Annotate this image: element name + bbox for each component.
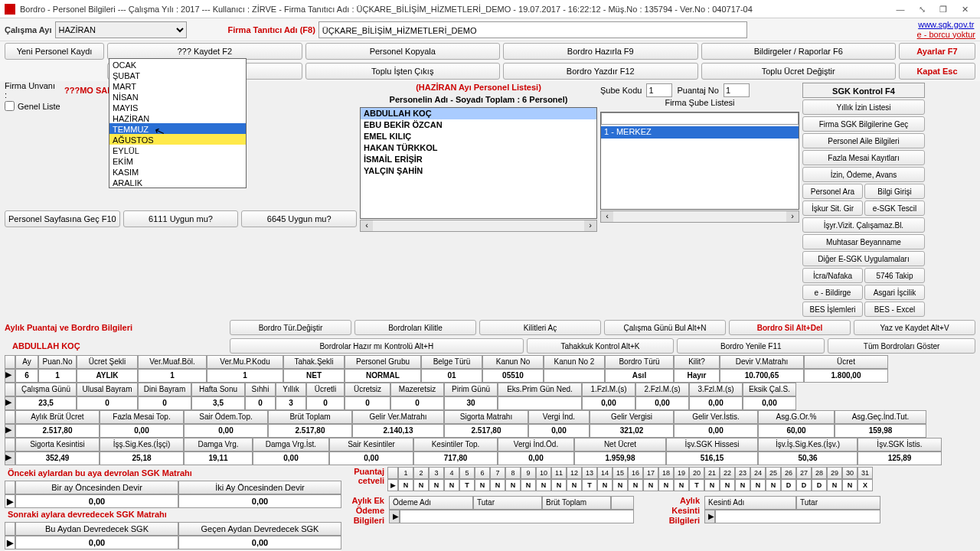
bes-excel-button[interactable]: BES - Excel <box>864 302 925 317</box>
col-header[interactable]: Brüt Toplam <box>268 410 352 424</box>
day-cell[interactable]: X <box>858 479 873 491</box>
day-cell[interactable]: N <box>720 479 735 491</box>
col-header[interactable]: Mazeretsiz <box>390 383 444 396</box>
new-person-button[interactable]: Yeni Personel Kaydı <box>5 43 104 60</box>
day-cell[interactable]: N <box>398 479 413 491</box>
restore-button[interactable]: ❐ <box>933 2 954 17</box>
cell[interactable]: 01 <box>421 369 482 383</box>
cell[interactable]: 23,5 <box>15 396 77 410</box>
col-header[interactable]: Sair Ödem.Top. <box>184 410 268 424</box>
day-cell[interactable]: N <box>842 479 858 491</box>
refresh-payroll-button[interactable]: Bordro Yenile F11 <box>677 338 825 354</box>
yearly-leave-button[interactable]: Yıllık İzin Listesi <box>802 99 925 115</box>
day-cell[interactable]: N <box>567 479 582 491</box>
col-header[interactable]: Puan.No <box>38 355 77 369</box>
iskur-button[interactable]: İşkur Sit. Gir <box>802 201 863 216</box>
day-cell[interactable]: T <box>459 479 475 491</box>
day-cell[interactable]: N <box>505 479 521 491</box>
cell[interactable]: 2.140,13 <box>352 424 444 438</box>
month-option[interactable]: MART <box>109 80 246 91</box>
puantaj-no-input[interactable] <box>724 83 750 97</box>
cell[interactable]: 717,80 <box>413 452 498 465</box>
bilgi-giris-button[interactable]: Bilgi Girişi <box>864 184 925 199</box>
col-header[interactable]: İşv.SGK Hissesi <box>666 438 758 452</box>
branch-item[interactable]: 1 - MERKEZ <box>601 126 799 139</box>
col-header[interactable]: Asg.G.Or.% <box>758 410 835 424</box>
cell[interactable]: 60,00 <box>758 424 835 438</box>
cell[interactable]: 0,00 <box>253 452 329 465</box>
minimize-button[interactable]: — <box>890 2 911 17</box>
check-6645-button[interactable]: 6645 Uygun mu? <box>241 210 357 227</box>
month-option[interactable]: NİSAN <box>109 91 246 102</box>
col-header[interactable]: Vergi İnd.Öd. <box>498 438 574 452</box>
day-cell[interactable]: T <box>689 479 704 491</box>
month-option[interactable]: HAZİRAN <box>109 112 246 123</box>
check-6111-button[interactable]: 6111 Uygun mu? <box>123 210 239 227</box>
cell[interactable]: 0,00 <box>743 396 796 410</box>
cell[interactable]: AYLIK <box>77 369 138 383</box>
cell[interactable]: 05510 <box>482 369 544 383</box>
cell[interactable]: 0,00 <box>582 396 635 410</box>
col-header[interactable]: Fazla Mesai Top. <box>100 410 184 424</box>
col-header[interactable]: Ay <box>15 355 38 369</box>
day-cell[interactable]: N <box>628 479 643 491</box>
maximize-button[interactable]: ⤡ <box>911 2 933 17</box>
overtime-button[interactable]: Fazla Mesai Kayıtları <box>802 150 925 165</box>
col-header[interactable]: İşv.SGK İstis. <box>858 438 942 452</box>
lock-payrolls-button[interactable]: Bordroları Kilitle <box>354 320 476 335</box>
cell[interactable]: 0,00 <box>329 452 413 465</box>
person-search-button[interactable]: Personel Ara <box>802 184 863 199</box>
goto-person-page-button[interactable]: Personel Sayfasına Geç F10 <box>5 210 120 227</box>
day-cell[interactable]: N <box>750 479 766 491</box>
month-option[interactable]: KASIM <box>109 166 246 177</box>
day-cell[interactable]: N <box>429 479 444 491</box>
cell[interactable]: 19,11 <box>184 452 253 465</box>
month-option[interactable]: EYLÜL <box>109 145 246 155</box>
col-header[interactable]: Kesintiler Top. <box>413 438 498 452</box>
cell[interactable]: Hayır <box>674 369 720 383</box>
day-cell[interactable]: N <box>704 479 720 491</box>
branch-search-input[interactable] <box>601 112 799 125</box>
month-option-selected[interactable]: TEMMUZ <box>109 123 246 134</box>
reports-button[interactable]: Bildirgeler / Raporlar F6 <box>701 43 897 60</box>
firm-sgk-button[interactable]: Firma SGK Bilgilerine Geç <box>802 116 925 132</box>
cell[interactable]: 159,98 <box>835 424 926 438</box>
col-header[interactable]: Ver.Mu.P.Kodu <box>207 355 283 369</box>
cell[interactable] <box>498 396 582 410</box>
firm-combo[interactable]: ÜÇKARE_BİLİŞİM_HİZMETLERİ_DEMO <box>318 21 747 38</box>
cell[interactable]: 1.959,98 <box>574 452 666 465</box>
other-esgk-button[interactable]: Diğer E-SGK Uygulamaları <box>802 251 925 266</box>
cell[interactable]: 0,00 <box>689 396 743 410</box>
month-dropdown[interactable]: OCAK ŞUBAT MART NİSAN MAYIS HAZİRAN TEMM… <box>109 58 247 188</box>
cell[interactable]: 1 <box>207 369 283 383</box>
col-header[interactable]: Sigorta Matrahı <box>444 410 528 424</box>
cell[interactable] <box>544 369 605 383</box>
hscroll[interactable]: ‹› <box>360 220 597 232</box>
list-item[interactable]: HAKAN TÜRKKOL <box>361 142 596 154</box>
cell[interactable]: 30 <box>444 396 498 410</box>
delete-payroll-button[interactable]: Bordro Sil Alt+Del <box>729 320 851 335</box>
col-header[interactable]: 2.Fzl.M.(s) <box>635 383 689 396</box>
col-header[interactable]: Ücretsiz <box>345 383 390 396</box>
unlock-button[interactable]: Kilitleri Aç <box>479 320 601 335</box>
cell[interactable]: 2.517,80 <box>268 424 352 438</box>
day-cell[interactable]: N <box>490 479 505 491</box>
day-cell[interactable]: N <box>658 479 674 491</box>
leave-payment-button[interactable]: İzin, Ödeme, Avans <box>802 167 925 182</box>
col-header[interactable]: İşş.Sig.Kes.(İşçi) <box>100 438 184 452</box>
cell[interactable]: 0,00 <box>528 424 590 438</box>
day-cell[interactable]: N <box>827 479 842 491</box>
close-button[interactable]: ✕ <box>954 2 975 17</box>
cell[interactable]: 516,15 <box>666 452 758 465</box>
col-header[interactable]: Kanun No 2 <box>544 355 605 369</box>
day-cell[interactable]: N <box>766 479 781 491</box>
ebildirge-button[interactable]: e - Bildirge <box>802 285 863 300</box>
col-header[interactable]: Net Ücret <box>574 438 666 452</box>
day-cell[interactable]: D <box>781 479 796 491</box>
cell[interactable]: 0 <box>306 396 345 410</box>
col-header[interactable]: 3.Fzl.M.(s) <box>689 383 743 396</box>
col-header[interactable]: Damga Vrg.İst. <box>253 438 329 452</box>
day-cell[interactable]: N <box>735 479 750 491</box>
5746-button[interactable]: 5746 Takip <box>864 268 925 283</box>
col-header[interactable]: Kanun No <box>482 355 544 369</box>
